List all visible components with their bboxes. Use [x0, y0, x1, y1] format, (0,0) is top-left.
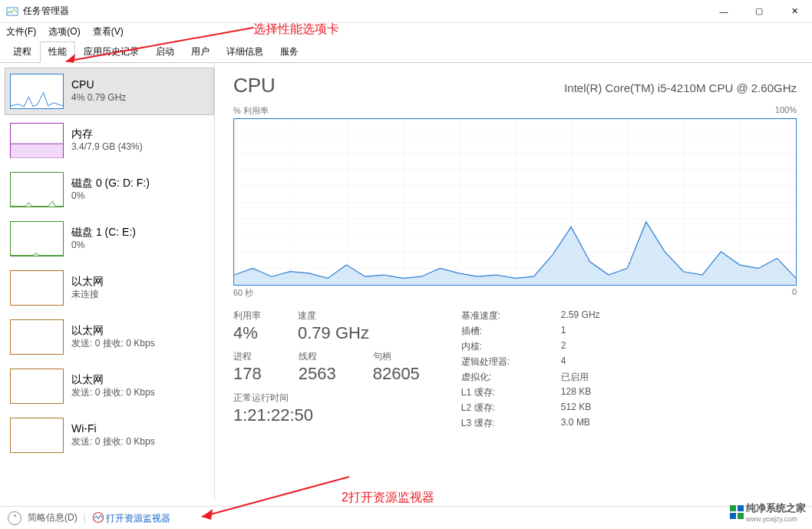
logical-value: 4 [561, 355, 600, 369]
cpu-utilization-chart[interactable] [233, 118, 797, 286]
cpu-model: Intel(R) Core(TM) i5-4210M CPU @ 2.60GHz [564, 81, 797, 94]
sockets-label: 插槽: [461, 325, 538, 338]
proc-label: 进程 [233, 350, 262, 363]
net-thumb-icon [10, 369, 64, 404]
memory-thumb-icon [10, 123, 64, 158]
tabs: 进程 性能 应用历史记录 启动 用户 详细信息 服务 [0, 43, 812, 63]
tab-details[interactable]: 详细信息 [218, 41, 272, 63]
window-title: 任务管理器 [23, 5, 706, 18]
sidebar-item-disk0[interactable]: 磁盘 0 (G: D: F:)0% [5, 166, 214, 213]
speed-value: 0.79 GHz [298, 322, 369, 344]
tab-users[interactable]: 用户 [183, 41, 218, 63]
menubar: 文件(F) 选项(O) 查看(V) [0, 23, 812, 40]
titlebar: 任务管理器 — ▢ ✕ [0, 0, 812, 23]
thread-value: 2563 [299, 363, 336, 385]
sidebar-item-label: 以太网 [71, 275, 104, 288]
net-thumb-icon [10, 319, 64, 355]
sidebar-item-label: CPU [71, 78, 126, 91]
tab-processes[interactable]: 进程 [5, 41, 40, 63]
l3-label: L3 缓存: [461, 417, 538, 430]
sidebar-item-label: Wi-Fi [71, 422, 155, 435]
sidebar-item-label: 磁盘 1 (C: E:) [71, 226, 136, 239]
tab-startup[interactable]: 启动 [147, 41, 183, 63]
cores-label: 内核: [461, 340, 538, 353]
fewer-details-link[interactable]: 简略信息(D) [28, 511, 78, 524]
close-button[interactable]: ✕ [777, 0, 812, 23]
footer: ˄ 简略信息(D) | 打开资源监视器 [0, 506, 812, 529]
fewer-details-icon[interactable]: ˄ [8, 511, 21, 525]
sidebar-item-label: 以太网 [71, 324, 155, 337]
watermark-icon [730, 505, 744, 519]
uptime-value: 1:21:22:50 [233, 405, 438, 426]
open-resource-monitor-link[interactable]: 打开资源监视器 [92, 511, 170, 525]
virt-value: 已启用 [561, 371, 600, 384]
svg-rect-1 [11, 144, 63, 157]
cores-value: 2 [561, 340, 600, 353]
watermark: 纯净系统之家www.ycwjzy.com [730, 501, 806, 523]
basespeed-value: 2.59 GHz [561, 309, 600, 322]
page-title: CPU [233, 74, 276, 98]
speed-label: 速度 [298, 309, 369, 322]
sidebar-item-disk1[interactable]: 磁盘 1 (C: E:)0% [5, 215, 214, 263]
net-thumb-icon [10, 270, 64, 306]
chart-y-label: % 利用率 [233, 105, 269, 117]
thread-label: 线程 [299, 350, 336, 363]
chart-x-left: 60 秒 [233, 287, 253, 299]
virt-label: 虚拟化: [461, 371, 538, 384]
maximize-button[interactable]: ▢ [741, 0, 777, 23]
performance-sidebar[interactable]: CPU4% 0.79 GHz 内存3.4/7.9 GB (43%) 磁盘 0 (… [0, 63, 215, 501]
net-thumb-icon [10, 418, 64, 453]
sidebar-item-label: 以太网 [71, 373, 155, 386]
sidebar-item-label: 内存 [71, 127, 143, 141]
logical-label: 逻辑处理器: [461, 355, 538, 369]
menu-view[interactable]: 查看(V) [93, 25, 124, 38]
l2-value: 512 KB [561, 402, 600, 415]
app-icon [6, 5, 18, 18]
sidebar-item-cpu[interactable]: CPU4% 0.79 GHz [5, 68, 214, 115]
sidebar-item-ethernet1[interactable]: 以太网发送: 0 接收: 0 Kbps [5, 313, 214, 361]
sidebar-item-label: 磁盘 0 (G: D: F:) [71, 177, 150, 190]
resource-monitor-icon [92, 511, 104, 524]
sidebar-item-wifi[interactable]: Wi-Fi发送: 0 接收: 0 Kbps [5, 412, 214, 459]
proc-value: 178 [233, 363, 262, 385]
basespeed-label: 基准速度: [461, 309, 538, 322]
cpu-thumb-icon [10, 74, 64, 109]
uptime-label: 正常运行时间 [233, 392, 438, 405]
sidebar-item-ethernet0[interactable]: 以太网未连接 [5, 264, 214, 312]
handle-value: 82605 [373, 363, 420, 385]
handle-label: 句柄 [373, 350, 420, 363]
performance-main: CPU Intel(R) Core(TM) i5-4210M CPU @ 2.6… [215, 63, 812, 501]
sidebar-item-memory[interactable]: 内存3.4/7.9 GB (43%) [5, 117, 214, 164]
menu-options[interactable]: 选项(O) [48, 25, 80, 38]
sidebar-item-ethernet2[interactable]: 以太网发送: 0 接收: 0 Kbps [5, 362, 214, 410]
menu-file[interactable]: 文件(F) [6, 25, 36, 38]
chart-x-right: 0 [792, 287, 797, 299]
chart-y-max: 100% [775, 105, 797, 117]
l1-label: L1 缓存: [461, 386, 538, 399]
l3-value: 3.0 MB [561, 417, 600, 430]
tab-services[interactable]: 服务 [272, 41, 307, 63]
tab-app-history[interactable]: 应用历史记录 [75, 41, 147, 63]
tab-performance[interactable]: 性能 [40, 41, 75, 63]
util-value: 4% [233, 322, 261, 344]
minimize-button[interactable]: — [706, 0, 741, 23]
l1-value: 128 KB [561, 386, 600, 399]
disk-thumb-icon [10, 221, 64, 256]
l2-label: L2 缓存: [461, 402, 538, 415]
sockets-value: 1 [561, 325, 600, 338]
util-label: 利用率 [233, 309, 261, 322]
disk-thumb-icon [10, 172, 64, 207]
